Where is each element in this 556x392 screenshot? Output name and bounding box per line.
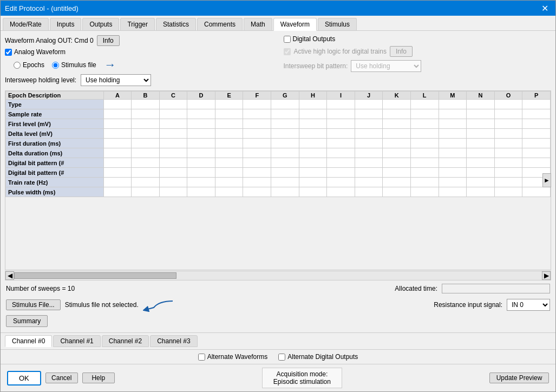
cancel-button[interactable]: Cancel xyxy=(45,373,78,383)
info-button-2[interactable]: Info xyxy=(390,46,413,57)
col-j: J xyxy=(355,92,383,100)
stimulus-file-radio[interactable] xyxy=(52,62,59,69)
col-n: N xyxy=(467,92,495,100)
holding-dropdown[interactable]: Use holding Use last Use zero xyxy=(81,74,151,86)
summary-button[interactable]: Summary xyxy=(6,315,48,327)
tab-waveform[interactable]: Waveform xyxy=(273,18,317,31)
alt-digital-item: Alternate Digital Outputs xyxy=(278,353,358,361)
analog-out-label: Waveform Analog OUT: Cmd 0 xyxy=(5,37,94,44)
footer-bar: OK Cancel Help Acquisition mode: Episodi… xyxy=(1,364,555,391)
tab-bar: Mode/Rate Inputs Outputs Trigger Statist… xyxy=(1,16,555,31)
intersweep-bit-label: Intersweep bit pattern: xyxy=(284,62,348,70)
row-pulse-width: Pulse width (ms) xyxy=(6,187,104,197)
col-g: G xyxy=(271,92,299,100)
col-o: O xyxy=(494,92,522,100)
table-row: First duration (ms) xyxy=(6,139,551,148)
row-delta-duration: Delta duration (ms) xyxy=(6,148,104,158)
digital-outputs-checkbox[interactable] xyxy=(284,36,291,43)
right-scroll-area: ► xyxy=(542,90,551,270)
row-type: Type xyxy=(6,100,104,109)
digital-outputs-label: Digital Outputs xyxy=(293,35,336,43)
alt-digital-label: Alternate Digital Outputs xyxy=(287,353,358,361)
stimulus-arrow-indicator: ← xyxy=(104,58,116,72)
tab-inputs[interactable]: Inputs xyxy=(50,18,82,30)
active-high-checkbox[interactable] xyxy=(284,48,291,55)
tab-outputs[interactable]: Outputs xyxy=(82,18,119,30)
allocated-time-label: Allocated time: xyxy=(395,285,437,292)
info-button-1[interactable]: Info xyxy=(97,35,120,46)
alt-digital-checkbox[interactable] xyxy=(278,354,285,361)
digital-outputs-row: Digital Outputs xyxy=(284,35,552,43)
right-section: Digital Outputs Active high logic for di… xyxy=(284,35,552,86)
table-row: Sample rate xyxy=(6,109,551,119)
row-first-level: First level (mV) xyxy=(6,119,104,129)
analog-waveform-checkbox[interactable] xyxy=(5,49,12,56)
channel-tab-1[interactable]: Channel #1 xyxy=(53,335,100,347)
active-high-row: Active high logic for digital trains Inf… xyxy=(284,46,552,57)
stimulus-file-section: Stimulus File... Stimulus file not selec… xyxy=(5,296,551,314)
bottom-controls: Number of sweeps = 10 Allocated time: xyxy=(5,282,551,296)
tab-trigger[interactable]: Trigger xyxy=(120,18,155,30)
tab-math[interactable]: Math xyxy=(244,18,272,30)
table-row: Pulse width (ms) xyxy=(6,187,551,197)
help-button[interactable]: Help xyxy=(82,373,115,383)
window-title: Edit Protocol - (untitled) xyxy=(5,4,79,12)
analog-waveform-label: Analog Waveform xyxy=(14,48,66,56)
channel-tab-2[interactable]: Channel #2 xyxy=(102,335,149,347)
tab-comments[interactable]: Comments xyxy=(197,18,243,30)
table-row: Train rate (Hz) xyxy=(6,178,551,187)
col-b: B xyxy=(132,92,160,100)
col-k: K xyxy=(383,92,411,100)
left-section: Waveform Analog OUT: Cmd 0 Info Analog W… xyxy=(5,35,273,86)
channel-tab-0[interactable]: Channel #0 xyxy=(5,335,52,347)
active-high-label: Active high logic for digital trains xyxy=(294,48,387,55)
col-c: C xyxy=(159,92,187,100)
col-l: L xyxy=(410,92,439,100)
table-row: Type xyxy=(6,100,551,109)
alt-waveforms-label: Alternate Waveforms xyxy=(207,353,268,361)
channel-bar: Channel #0 Channel #1 Channel #2 Channel… xyxy=(1,332,555,349)
alt-waveforms-item: Alternate Waveforms xyxy=(198,353,268,361)
epochs-radio-label[interactable]: Epochs xyxy=(14,61,44,69)
col-e: E xyxy=(215,92,243,100)
alt-waveforms-checkbox[interactable] xyxy=(198,354,205,361)
epoch-table: Epoch Description A B C D E F G H I J xyxy=(5,91,551,197)
summary-section: Summary xyxy=(5,314,551,328)
stimulus-file-radio-label[interactable]: Stimulus file xyxy=(52,61,96,69)
scrollbar-thumb[interactable] xyxy=(14,272,176,279)
tab-stimulus[interactable]: Stimulus xyxy=(318,18,357,30)
h-scrollbar[interactable]: ◀ ▶ xyxy=(5,271,551,280)
col-m: M xyxy=(439,92,467,100)
epoch-header: Epoch Description xyxy=(6,92,104,100)
row-digital-bit-1: Digital bit pattern (# xyxy=(6,158,104,168)
main-content: Waveform Analog OUT: Cmd 0 Info Analog W… xyxy=(1,31,555,391)
table-row: First level (mV) xyxy=(6,119,551,129)
allocated-time-section: Allocated time: xyxy=(395,284,550,293)
analog-out-row: Waveform Analog OUT: Cmd 0 Info xyxy=(5,35,273,46)
tab-mode-rate[interactable]: Mode/Rate xyxy=(3,18,49,30)
col-a: A xyxy=(103,92,132,100)
main-window: Edit Protocol - (untitled) ✕ Mode/Rate I… xyxy=(0,0,556,392)
bit-holding-dropdown[interactable]: Use holding xyxy=(351,60,421,72)
epoch-section: Epoch Description A B C D E F G H I J xyxy=(5,90,551,270)
title-bar: Edit Protocol - (untitled) ✕ xyxy=(1,1,555,16)
resistance-dropdown[interactable]: IN 0 IN 1 xyxy=(507,299,550,311)
ok-button[interactable]: OK xyxy=(7,371,41,386)
scroll-left-btn[interactable]: ◀ xyxy=(5,271,14,280)
intersweep-label: Intersweep holding level: xyxy=(5,76,76,84)
scroll-right-btn[interactable]: ▶ xyxy=(542,271,551,280)
epochs-radio[interactable] xyxy=(14,62,21,69)
scroll-right-button[interactable]: ► xyxy=(542,173,551,187)
close-button[interactable]: ✕ xyxy=(538,2,551,15)
waveform-type-row: Epochs Stimulus file ← xyxy=(14,58,273,72)
tab-statistics[interactable]: Statistics xyxy=(156,18,196,30)
stimulus-file-button[interactable]: Stimulus File... xyxy=(6,299,61,310)
channel-tab-3[interactable]: Channel #3 xyxy=(150,335,197,347)
update-preview-button[interactable]: Update Preview xyxy=(489,373,549,383)
acq-mode-line2: Episodic stimulation xyxy=(273,378,331,386)
epoch-table-container[interactable]: Epoch Description A B C D E F G H I J xyxy=(5,90,551,270)
row-train-rate: Train rate (Hz) xyxy=(6,178,104,187)
row-first-duration: First duration (ms) xyxy=(6,139,104,148)
waveform-panel: Waveform Analog OUT: Cmd 0 Info Analog W… xyxy=(1,31,555,332)
scrollbar-track[interactable] xyxy=(14,272,542,279)
